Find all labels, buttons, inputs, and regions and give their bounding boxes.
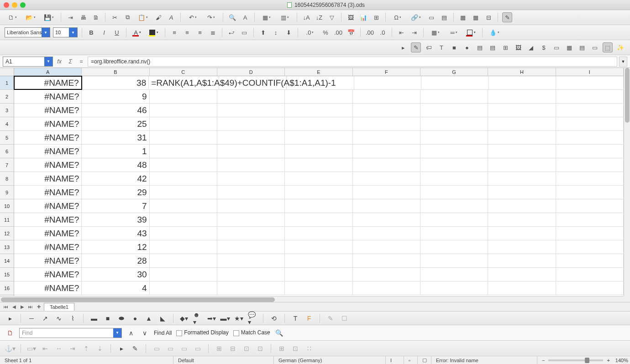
special-char-button[interactable]: Ω <box>390 12 405 22</box>
cell[interactable] <box>353 227 420 240</box>
line-tool[interactable]: ─ <box>27 314 36 323</box>
cell[interactable]: 39 <box>82 213 149 226</box>
arrow-shapes-tool[interactable]: ➡▾ <box>207 314 216 323</box>
cell[interactable] <box>420 199 488 213</box>
undo-button[interactable]: ↶ <box>185 12 200 22</box>
border-style-button[interactable]: ═ <box>446 27 462 37</box>
last-sheet-button[interactable]: ⏭ <box>27 304 34 310</box>
find-input[interactable]: Find ▼ <box>19 328 122 338</box>
cell[interactable] <box>150 104 217 117</box>
cell[interactable] <box>420 145 488 158</box>
insert-chart-button[interactable]: 📊 <box>358 12 368 22</box>
cell[interactable]: #NAME? <box>14 227 82 240</box>
cell[interactable] <box>420 117 488 130</box>
cell[interactable]: 42 <box>82 172 149 185</box>
cell[interactable] <box>217 213 285 226</box>
design-mode-icon[interactable]: ⬚ <box>603 42 613 52</box>
show-draw-functions-button[interactable]: ✎ <box>502 12 512 22</box>
close-window-button[interactable] <box>4 2 9 8</box>
underline-button[interactable]: U <box>112 27 122 37</box>
decrease-indent-button[interactable]: ⇥ <box>409 27 419 37</box>
language[interactable]: German (Germany) <box>274 356 386 364</box>
callout-shapes-tool[interactable]: 💬▾ <box>248 314 257 323</box>
enter-group-button[interactable]: ⊡ <box>242 344 251 353</box>
cell[interactable] <box>353 281 420 295</box>
cell[interactable] <box>150 281 217 295</box>
cell[interactable] <box>285 254 352 267</box>
arrow-line-tool[interactable]: ↗ <box>41 314 50 323</box>
signature[interactable]: ▢ <box>418 356 431 364</box>
cell[interactable] <box>285 186 352 199</box>
formatted-display-checkbox[interactable]: Formatted Display <box>176 329 228 336</box>
date-format-button[interactable]: 📅 <box>346 27 356 37</box>
next-sheet-button[interactable]: ▶ <box>19 304 26 310</box>
cell[interactable] <box>488 268 556 281</box>
pivot-table-button[interactable]: ⊞ <box>371 12 381 22</box>
new-document-button[interactable]: 🗋 <box>5 12 20 22</box>
cell[interactable]: #NAME? <box>14 281 82 295</box>
cell[interactable]: 30 <box>82 268 149 281</box>
cell[interactable] <box>420 268 488 281</box>
anchor-button[interactable]: ⚓▾ <box>5 344 15 353</box>
highlight-color-button[interactable]: ▾ <box>147 27 161 37</box>
align-justify-button[interactable]: ≣ <box>208 27 218 37</box>
font-size-select[interactable]: 10 ▼ <box>53 27 78 37</box>
formula-input[interactable]: =org.libreoffice.rand.nv() <box>88 57 617 67</box>
cell[interactable] <box>285 172 352 185</box>
cell[interactable] <box>150 158 217 172</box>
cell[interactable]: #NAME? <box>14 158 82 172</box>
align-center-button[interactable]: ≡ <box>182 27 192 37</box>
zoom-value[interactable]: 140% <box>615 358 628 363</box>
database-icon[interactable]: ▤ <box>577 42 587 52</box>
cell[interactable] <box>285 117 352 130</box>
increase-indent-button[interactable]: ⇤ <box>396 27 406 37</box>
number-button[interactable]: .00 <box>333 27 343 37</box>
align-right-objects[interactable]: ⇥ <box>68 344 77 353</box>
connector-tool[interactable]: ⌇ <box>68 314 77 323</box>
cell[interactable]: #NAME? <box>14 268 82 281</box>
print-preview-button[interactable]: 🗎 <box>91 12 101 22</box>
save-document-button[interactable]: 💾 <box>41 12 57 22</box>
extrusion-tool[interactable]: ☐ <box>340 314 349 323</box>
currency-icon[interactable]: $ <box>539 42 549 52</box>
cell[interactable]: 28 <box>82 254 149 267</box>
column-header[interactable]: D <box>217 68 285 76</box>
cell[interactable]: 43 <box>82 227 149 240</box>
column-header[interactable]: F <box>353 68 420 76</box>
edit-button[interactable]: ✎ <box>411 42 421 52</box>
select-all-corner[interactable] <box>0 68 14 76</box>
sum-button[interactable]: Σ <box>66 57 75 66</box>
cell[interactable] <box>285 131 352 144</box>
percent-format-button[interactable]: % <box>320 27 331 37</box>
paste-button[interactable]: 📋 <box>135 12 151 22</box>
cell[interactable] <box>556 213 624 226</box>
row-header[interactable]: 9 <box>0 186 14 199</box>
row-header[interactable]: 4 <box>0 117 14 131</box>
cell[interactable] <box>354 76 422 89</box>
cell[interactable] <box>556 186 624 199</box>
basic-shapes-tool[interactable]: ◆▾ <box>179 314 189 323</box>
cell[interactable] <box>150 213 217 226</box>
match-case-checkbox[interactable]: Match Case <box>233 329 270 336</box>
ungroup-button[interactable]: ⊟ <box>228 344 237 353</box>
fontwork-tool[interactable]: F <box>304 314 314 323</box>
cell[interactable] <box>489 76 556 89</box>
row-header[interactable]: 8 <box>0 172 14 186</box>
align-bottom-objects[interactable]: ⇣ <box>95 344 105 353</box>
autofilter-button[interactable]: ▽ <box>327 12 337 22</box>
row-header[interactable]: 2 <box>0 90 14 104</box>
align-top-button[interactable]: ⬆ <box>258 27 268 37</box>
cell[interactable] <box>150 172 217 185</box>
cell[interactable] <box>150 199 217 213</box>
align-right-button[interactable]: ≡ <box>195 27 205 37</box>
cell[interactable]: 29 <box>82 186 149 199</box>
foreground-button[interactable]: ▭ <box>179 344 189 353</box>
row-header[interactable]: 7 <box>0 158 14 172</box>
cell[interactable] <box>353 254 420 267</box>
sort-desc-button[interactable]: ↓Z <box>314 12 324 22</box>
function-wizard-button[interactable]: fx <box>55 57 64 66</box>
textbox-tool[interactable]: T <box>291 314 300 323</box>
cell[interactable] <box>420 172 488 185</box>
row-header[interactable]: 16 <box>0 281 14 295</box>
cell[interactable] <box>353 213 420 226</box>
